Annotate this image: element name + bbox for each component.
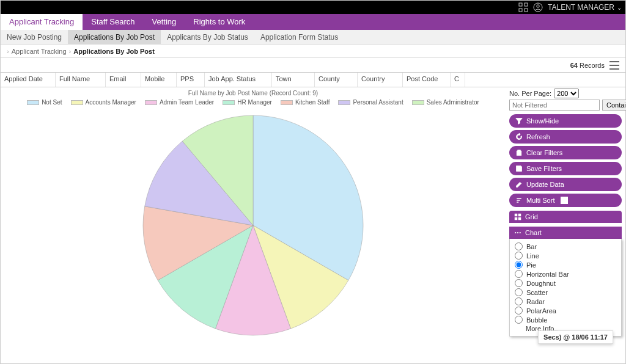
expand-icon[interactable] [518, 2, 528, 12]
user-icon[interactable] [533, 2, 543, 12]
update-data-button[interactable]: Update Data [509, 178, 622, 191]
toast-notification: Secs) @ 18/06 11:17 [538, 330, 613, 344]
per-page-label: No. Per Page: [509, 90, 551, 97]
refresh-icon [515, 133, 523, 140]
show-hide-button[interactable]: Show/Hide [509, 114, 622, 128]
multi-sort-checkbox[interactable] [561, 197, 568, 204]
subtab-applications-by-job-post[interactable]: Applications By Job Post [68, 30, 161, 44]
chevron-right-icon: › [69, 48, 72, 55]
records-toolbar: 64 Records [1, 58, 625, 73]
legend-item: Accounts Manager [71, 99, 136, 106]
col-post-code[interactable]: Post Code [403, 73, 451, 87]
legend-item: HR Manager [223, 99, 272, 106]
sub-tabs: New Job PostingApplications By Job PostA… [1, 30, 625, 45]
svg-rect-2 [519, 9, 522, 12]
filter-input[interactable] [509, 100, 600, 111]
svg-point-8 [520, 232, 521, 233]
subtab-new-job-posting[interactable]: New Job Posting [1, 30, 68, 44]
breadcrumb: › Applicant Tracking › Applications By J… [1, 45, 625, 58]
col-full-name[interactable]: Full Name [56, 73, 106, 87]
refresh-button[interactable]: Refresh [509, 130, 622, 144]
pie-chart [125, 109, 381, 341]
grid-view-header[interactable]: Grid [509, 211, 622, 223]
breadcrumb-parent[interactable]: Applicant Tracking [12, 48, 67, 55]
grid-header: Applied DateFull NameEmailMobilePPSJob A… [1, 73, 625, 87]
legend-item: Kitchen Staff [281, 99, 330, 106]
svg-point-7 [517, 232, 518, 233]
legend-item: Admin Team Leader [145, 99, 214, 106]
save-filters-button[interactable]: Save Filters [509, 162, 622, 175]
chart-type-bar[interactable]: Bar [515, 242, 616, 250]
svg-rect-0 [519, 3, 522, 6]
col-town[interactable]: Town [272, 73, 315, 87]
chart-legend: Not SetAccounts ManagerAdmin Team Leader… [1, 99, 506, 106]
sort-icon [515, 197, 523, 204]
chart-view-header[interactable]: Chart [509, 227, 622, 239]
tab-vetting[interactable]: Vetting [144, 14, 185, 30]
chart-title: Full Name by Job Post Name (Record Count… [1, 90, 506, 96]
record-count: 64 Records [570, 62, 605, 69]
more-icon [514, 229, 521, 236]
menu-icon[interactable] [609, 61, 619, 70]
chevron-down-icon: ⌄ [617, 4, 622, 11]
tab-applicant-tracking[interactable]: Applicant Tracking [1, 14, 83, 30]
tab-staff-search[interactable]: Staff Search [83, 14, 143, 30]
chart-type-scatter[interactable]: Scatter [515, 288, 616, 296]
col-email[interactable]: Email [106, 73, 141, 87]
grid-icon [514, 213, 521, 220]
col-applied-date[interactable]: Applied Date [1, 73, 56, 87]
col-county[interactable]: County [315, 73, 358, 87]
legend-item: Personal Assistant [338, 99, 403, 106]
multi-sort-button[interactable]: Multi Sort [509, 194, 622, 207]
svg-rect-1 [525, 3, 528, 6]
svg-point-5 [537, 5, 539, 7]
chart-type-doughnut[interactable]: Doughnut [515, 279, 616, 287]
per-page-control: No. Per Page: 200 [509, 89, 622, 98]
subtab-application-form-status[interactable]: Application Form Status [254, 30, 344, 44]
filter-mode-select[interactable]: Contains [602, 100, 626, 111]
chart-type-list: BarLinePieHorizontal BarDoughnutScatterR… [509, 239, 622, 337]
col-mobile[interactable]: Mobile [141, 73, 177, 87]
user-menu[interactable]: TALENT MANAGER ⌄ [548, 3, 622, 12]
svg-point-6 [515, 232, 516, 233]
user-label: TALENT MANAGER [548, 3, 614, 12]
svg-rect-3 [525, 9, 528, 12]
save-icon [515, 165, 523, 172]
col-pps[interactable]: PPS [177, 73, 205, 87]
chart-type-horizontal-bar[interactable]: Horizontal Bar [515, 270, 616, 278]
chart-type-radar[interactable]: Radar [515, 297, 616, 305]
col-country[interactable]: Country [358, 73, 403, 87]
legend-item: Sales Administrator [412, 99, 479, 106]
pencil-icon [515, 181, 523, 188]
legend-item: Not Set [27, 99, 62, 106]
trash-icon [515, 149, 523, 156]
tab-rights-to-work[interactable]: Rights to Work [185, 14, 254, 30]
breadcrumb-current: Applications By Job Post [73, 48, 155, 55]
main-tabs: Applicant TrackingStaff SearchVettingRig… [1, 14, 625, 30]
per-page-select[interactable]: 200 [554, 89, 579, 98]
col-job-app-status[interactable]: Job App. Status [205, 73, 272, 87]
chevron-right-icon: › [7, 48, 9, 55]
chart-type-line[interactable]: Line [515, 252, 616, 260]
filter-icon [515, 117, 523, 125]
chart-type-polararea[interactable]: PolarArea [515, 307, 616, 315]
col-c[interactable]: C [451, 73, 465, 87]
chart-type-bubble[interactable]: Bubble [515, 316, 616, 324]
subtab-applicants-by-job-status[interactable]: Applicants By Job Status [161, 30, 254, 44]
clear-filters-button[interactable]: Clear Filters [509, 146, 622, 159]
chart-type-pie[interactable]: Pie [515, 261, 616, 269]
